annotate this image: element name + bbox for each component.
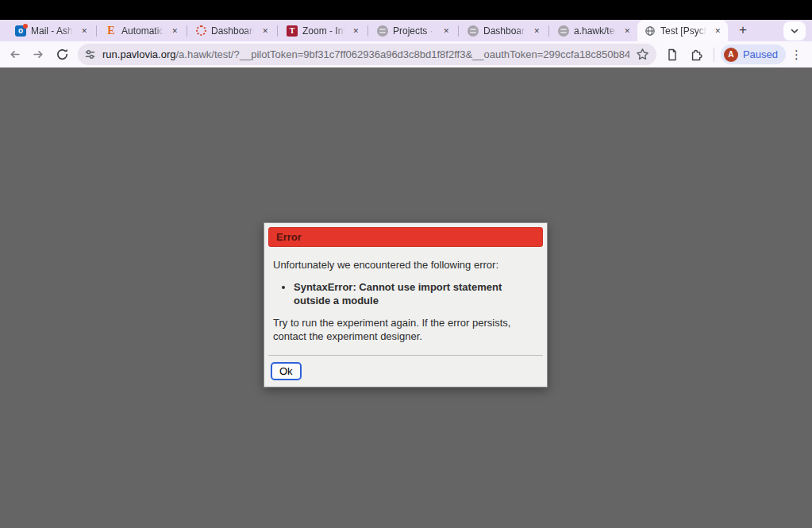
sync-paused-status: Paused (743, 48, 778, 60)
browser-toolbar: run.pavlovia.org/a.hawk/test/?__pilotTok… (0, 41, 812, 67)
elsevier-icon: E (106, 25, 117, 37)
close-icon[interactable]: ✕ (260, 25, 271, 37)
error-list: SyntaxError: Cannot use import statement… (273, 281, 538, 308)
error-message: SyntaxError: Cannot use import statement… (294, 281, 525, 308)
close-icon[interactable]: ✕ (350, 25, 361, 37)
tab-dashboard-canvas[interactable]: Dashboard ✕ (189, 20, 275, 41)
tab-label: Automatic segme (121, 25, 164, 37)
canvas-icon (196, 25, 206, 36)
close-icon[interactable]: ✕ (441, 25, 452, 37)
avatar: A (724, 48, 738, 62)
tab-test-psychopy-active[interactable]: Test [PsychoPy] ✕ (637, 20, 728, 41)
tab-separator (277, 25, 278, 37)
browser-menu-button[interactable]: ⋮ (787, 48, 806, 62)
tab-dashboard-gitlab[interactable]: Dashboard ✕ (460, 20, 547, 41)
back-arrow-icon (8, 48, 21, 61)
close-icon[interactable]: ✕ (531, 25, 542, 37)
forward-arrow-icon (32, 48, 45, 61)
tab-label: Dashboard (483, 25, 526, 37)
error-dialog: Error Unfortunately we encountered the f… (264, 222, 548, 387)
tab-label: Projects · Dashb (393, 25, 436, 37)
tab-ahawk-test[interactable]: a.hawk/test ✕ (551, 20, 637, 41)
tab-separator (368, 25, 368, 37)
globe-icon (645, 25, 656, 37)
close-icon[interactable]: ✕ (712, 25, 723, 37)
top-black-bar (0, 0, 812, 20)
tab-zoom-information[interactable]: T Zoom - Informati ✕ (279, 20, 366, 41)
tab-separator (548, 25, 549, 37)
generic-gray-icon (377, 25, 388, 37)
error-advice-text: Try to run the experiment again. If the … (273, 317, 535, 344)
forward-button[interactable] (27, 44, 49, 66)
address-bar[interactable]: run.pavlovia.org/a.hawk/test/?__pilotTok… (78, 44, 656, 65)
document-icon (666, 48, 679, 61)
reading-list-button[interactable] (661, 44, 683, 66)
tab-label: Zoom - Informati (302, 25, 345, 37)
url-text[interactable]: run.pavlovia.org/a.hawk/test/?__pilotTok… (102, 48, 629, 60)
reload-button[interactable] (51, 44, 73, 66)
back-button[interactable] (3, 44, 25, 66)
outlook-icon: o (15, 25, 26, 37)
tab-strip: o Mail - Ashley Ha ✕ E Automatic segme ✕… (0, 20, 812, 41)
tab-label: a.hawk/test (574, 25, 617, 37)
url-path: /a.hawk/test/?__pilotToken=9bf31c7ff0629… (176, 48, 629, 60)
tab-separator (187, 25, 187, 37)
tab-projects-dashboard[interactable]: Projects · Dashb ✕ (370, 20, 456, 41)
tab-search-button[interactable] (783, 21, 806, 40)
error-dialog-body: Unfortunately we encountered the followi… (268, 247, 543, 343)
tab-automatic-segmentation[interactable]: E Automatic segme ✕ (98, 20, 185, 41)
tab-separator (458, 25, 459, 37)
generic-gray-icon (558, 25, 569, 37)
bookmark-star-icon[interactable] (636, 48, 649, 61)
ok-button[interactable]: Ok (271, 362, 302, 380)
extensions-button[interactable] (685, 44, 707, 66)
tab-label: Mail - Ashley Ha (31, 25, 74, 37)
close-icon[interactable]: ✕ (622, 25, 633, 37)
tab-mail[interactable]: o Mail - Ashley Ha ✕ (8, 20, 94, 41)
tab-label: Dashboard (211, 25, 255, 37)
extensions-puzzle-icon (690, 48, 702, 61)
close-icon[interactable]: ✕ (169, 25, 180, 37)
toolbar-divider (714, 48, 714, 62)
url-host: run.pavlovia.org (102, 48, 176, 60)
site-settings-icon[interactable] (84, 48, 96, 60)
reload-icon (56, 48, 69, 61)
chevron-down-icon (790, 26, 799, 36)
close-icon[interactable]: ✕ (79, 25, 90, 37)
tab-label: Test [PsychoPy] (660, 25, 707, 37)
profile-chip[interactable]: A Paused (721, 44, 786, 64)
page-background: Error Unfortunately we encountered the f… (0, 67, 812, 528)
tab-separator (96, 25, 97, 37)
error-dialog-title: Error (268, 227, 543, 247)
dialog-button-pane: Ok (268, 356, 543, 383)
temple-icon: T (287, 25, 298, 37)
generic-gray-icon (468, 25, 479, 37)
new-tab-button[interactable]: + (733, 20, 753, 40)
error-intro-text: Unfortunately we encountered the followi… (273, 259, 538, 272)
